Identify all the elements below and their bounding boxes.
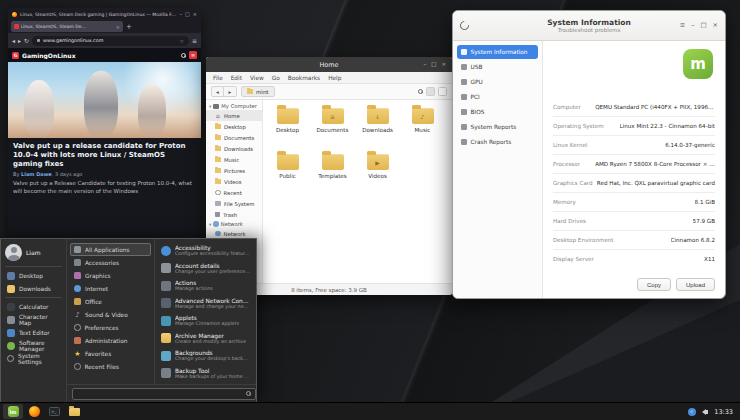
maximize-button[interactable] — [431, 62, 436, 68]
folder-templates[interactable]: Templates — [310, 154, 355, 200]
volume-icon[interactable] — [702, 409, 709, 415]
category-all-applications[interactable]: All Applications — [70, 243, 151, 256]
folder-desktop[interactable]: Desktop — [265, 108, 310, 154]
article-image[interactable] — [8, 62, 201, 138]
folder-music[interactable]: Music — [400, 108, 445, 154]
menu-go[interactable]: Go — [272, 75, 280, 81]
place-desktop[interactable]: Desktop — [5, 269, 62, 282]
icon-view-toggle[interactable] — [426, 87, 435, 96]
url-bar[interactable]: www.gamingonlinux.com — [32, 36, 189, 46]
app-account-details[interactable]: Account detailsChange your user preferen… — [159, 260, 252, 278]
nav-system-reports[interactable]: System Reports — [457, 120, 538, 134]
app-archive-manager[interactable]: Archive ManagerCreate and modify an arch… — [159, 330, 252, 348]
folder-downloads[interactable]: Downloads — [355, 108, 400, 154]
minimize-button[interactable] — [423, 62, 426, 68]
menu-bookmarks[interactable]: Bookmarks — [288, 75, 320, 81]
avatar[interactable] — [5, 244, 22, 261]
category-accessories[interactable]: Accessories — [70, 256, 151, 269]
browser-tab[interactable]: Linux, SteamOS, Steam De… — [11, 21, 123, 32]
nav-gpu[interactable]: GPU — [457, 75, 538, 89]
sidebar-item-music[interactable]: Music — [206, 154, 262, 165]
site-menu-icon[interactable] — [189, 51, 197, 59]
my-computer-section[interactable]: My Computer — [206, 102, 262, 110]
menu-view[interactable]: View — [250, 75, 264, 81]
system-info-header[interactable]: System Information Troubleshoot problems — [453, 11, 725, 41]
app-accessibility[interactable]: AccessibilityConfigure accessibility fea… — [159, 242, 252, 260]
article-headline[interactable]: Valve put up a release candidate for Pro… — [13, 142, 196, 169]
menu-search-input[interactable] — [72, 388, 256, 400]
site-logo-icon[interactable] — [12, 52, 19, 59]
favorite-text-editor[interactable]: Text Editor — [5, 326, 62, 339]
sidebar-item-file-system[interactable]: File System — [206, 198, 262, 209]
copy-button[interactable]: Copy — [637, 278, 671, 291]
refresh-icon[interactable] — [458, 19, 471, 32]
taskbar-terminal[interactable] — [46, 404, 63, 419]
expander-icon[interactable] — [209, 104, 211, 109]
place-downloads[interactable]: Downloads — [5, 282, 62, 295]
forward-button[interactable] — [224, 86, 237, 97]
minimize-button[interactable] — [180, 12, 183, 17]
sidebar-item-trash[interactable]: Trash — [206, 209, 262, 220]
bookmark-star-icon[interactable] — [179, 38, 183, 44]
category-internet[interactable]: Internet — [70, 282, 151, 295]
network-section[interactable]: Network — [206, 220, 262, 228]
category-sound-video[interactable]: Sound & Video — [70, 308, 151, 321]
upload-button[interactable]: Upload — [676, 278, 715, 291]
file-manager-titlebar[interactable]: Home — [206, 57, 452, 72]
category-preferences[interactable]: Preferences — [70, 321, 151, 334]
sidebar-item-videos[interactable]: Videos — [206, 176, 262, 187]
maximize-button[interactable] — [185, 12, 190, 17]
category-administration[interactable]: Administration — [70, 334, 151, 347]
category-favorites[interactable]: Favorites — [70, 347, 151, 360]
list-view-toggle[interactable] — [438, 87, 447, 96]
folder-documents[interactable]: Documents — [310, 108, 355, 154]
taskbar-firefox[interactable] — [26, 404, 43, 419]
back-button[interactable] — [12, 37, 15, 44]
search-icon[interactable] — [417, 89, 423, 95]
nav-bios[interactable]: BIOS — [457, 105, 538, 119]
maximize-button[interactable] — [700, 22, 706, 29]
back-button[interactable] — [211, 86, 224, 97]
menu-button[interactable] — [3, 404, 23, 419]
menu-edit[interactable]: Edit — [231, 75, 242, 81]
author-link[interactable]: Liam Dawe — [21, 171, 52, 177]
clock[interactable]: 13:33 — [714, 408, 733, 416]
app-applets[interactable]: AppletsManage Cinnamon applets — [159, 312, 252, 330]
nav-crash-reports[interactable]: Crash Reports — [457, 135, 538, 149]
hamburger-menu-icon[interactable] — [680, 22, 685, 29]
sidebar-item-pictures[interactable]: Pictures — [206, 165, 262, 176]
app-actions[interactable]: ActionsManage actions — [159, 277, 252, 295]
nav-system-information[interactable]: System Information — [457, 45, 538, 59]
close-button[interactable] — [441, 62, 446, 68]
favorite-calculator[interactable]: Calculator — [5, 300, 62, 313]
sidebar-item-desktop[interactable]: Desktop — [206, 121, 262, 132]
favorite-software-manager[interactable]: Software Manager — [5, 339, 62, 352]
favorite-system-settings[interactable]: System Settings — [5, 352, 62, 365]
app-menu-icon[interactable] — [192, 37, 197, 44]
reload-button[interactable] — [24, 37, 29, 44]
menu-help[interactable]: Help — [328, 75, 341, 81]
sidebar-item-documents[interactable]: Documents — [206, 132, 262, 143]
minimize-button[interactable] — [691, 22, 694, 29]
app-backgrounds[interactable]: BackgroundsChange your desktop's backgro… — [159, 347, 252, 365]
new-tab-button[interactable] — [126, 23, 132, 31]
nav-usb[interactable]: USB — [457, 60, 538, 74]
site-name[interactable]: GamingOnLinux — [22, 52, 177, 59]
menu-file[interactable]: File — [213, 75, 223, 81]
app-advanced-network-configuration[interactable]: Advanced Network ConfigurationManage and… — [159, 295, 252, 313]
firefox-titlebar[interactable]: Linux, SteamOS, Steam Deck gaming | Gami… — [8, 8, 201, 20]
app-backup-tool[interactable]: Backup ToolMake backups of your home dir… — [159, 365, 252, 383]
favorite-character-map[interactable]: Character Map — [5, 313, 62, 326]
category-recent-files[interactable]: Recent Files — [70, 360, 151, 373]
nav-pci[interactable]: PCI — [457, 90, 538, 104]
close-button[interactable] — [193, 12, 197, 17]
category-graphics[interactable]: Graphics — [70, 269, 151, 282]
site-search-icon[interactable] — [180, 52, 186, 58]
category-office[interactable]: Office — [70, 295, 151, 308]
sidebar-item-downloads[interactable]: Downloads — [206, 143, 262, 154]
breadcrumb[interactable]: mint — [241, 86, 275, 97]
update-manager-icon[interactable] — [688, 408, 696, 416]
sidebar-item-recent[interactable]: Recent — [206, 187, 262, 198]
expander-icon[interactable] — [209, 222, 211, 227]
close-button[interactable] — [713, 22, 718, 29]
